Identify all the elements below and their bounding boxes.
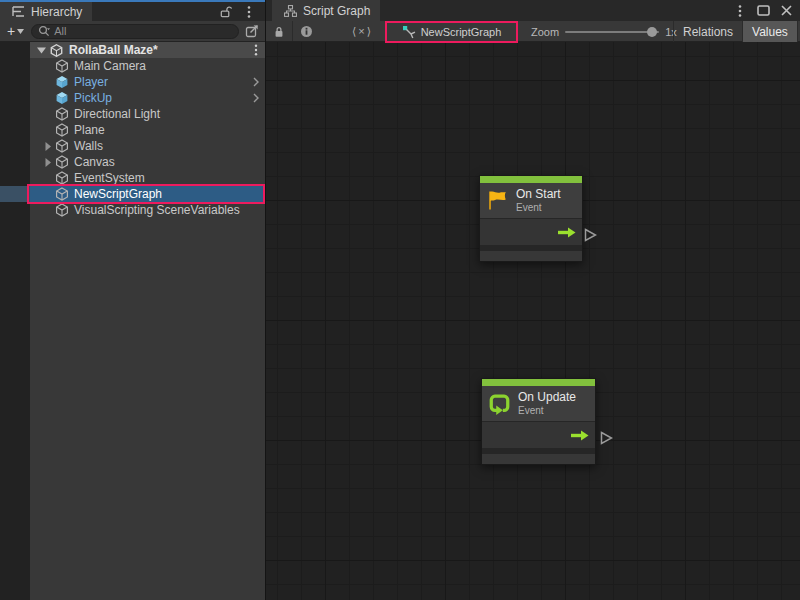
node-footer (482, 454, 595, 464)
scene-header-row[interactable]: RollaBall Maze* (0, 42, 265, 58)
hierarchy-panel: Hierarchy + All (0, 0, 266, 600)
prefab-expand-chevron[interactable] (253, 93, 265, 103)
tab-script-graph[interactable]: Script Graph (272, 0, 380, 21)
info-icon[interactable] (293, 21, 320, 41)
tab-hierarchy[interactable]: Hierarchy (0, 2, 92, 21)
on-start-flag-icon (486, 189, 509, 212)
item-label: Canvas (74, 155, 115, 169)
add-object-button[interactable]: + (4, 23, 27, 39)
gameobject-cube-icon (55, 107, 69, 121)
item-label: EventSystem (74, 171, 145, 185)
tree-gutter (0, 74, 30, 90)
values-button[interactable]: Values (742, 21, 797, 42)
search-icon (38, 25, 50, 37)
tree-gutter (0, 186, 30, 202)
gameobject-cube-icon (55, 171, 69, 185)
item-label: Plane (74, 123, 105, 137)
chevron-right-icon[interactable] (253, 77, 259, 87)
output-port-triangle-icon[interactable] (600, 431, 613, 448)
tree-gutter (0, 42, 30, 58)
node-subtitle: Event (518, 405, 576, 417)
node-subtitle: Event (516, 202, 561, 214)
node-ports-row (482, 421, 595, 448)
script-graph-tab-label: Script Graph (303, 4, 370, 18)
hierarchy-item-canvas[interactable]: Canvas (0, 154, 265, 170)
search-input[interactable]: All (31, 24, 239, 39)
hierarchy-item-player[interactable]: Player (0, 74, 265, 90)
hierarchy-item-main-camera[interactable]: Main Camera (0, 58, 265, 74)
flow-port-arrow-icon[interactable] (557, 227, 576, 238)
breadcrumb-graph-name[interactable]: NewScriptGraph (387, 21, 516, 42)
graph-toolbar: ⟨×⟩ NewScriptGraph Zoom 1x Relations Val… (266, 21, 800, 42)
foldout-open-icon[interactable] (34, 47, 48, 54)
zoom-slider-handle[interactable] (647, 27, 657, 37)
gameobject-cube-icon (55, 123, 69, 137)
output-port-triangle-icon[interactable] (584, 228, 597, 245)
event-node-colorbar (482, 379, 595, 386)
angle-x-icon[interactable]: ⟨×⟩ (342, 25, 383, 38)
tree-gutter (0, 58, 30, 74)
hierarchy-item-directional-light[interactable]: Directional Light (0, 106, 265, 122)
item-label: VisualScripting SceneVariables (74, 203, 240, 217)
search-placeholder: All (54, 25, 66, 37)
node-title: On Update (518, 391, 576, 405)
unity-editor: Hierarchy + All (0, 0, 800, 600)
prefab-cube-icon (55, 75, 69, 89)
hierarchy-item-pickup[interactable]: PickUp (0, 90, 265, 106)
event-node-colorbar (480, 176, 582, 183)
zoom-label: Zoom (531, 26, 559, 38)
scene-name: RollaBall Maze* (69, 43, 158, 57)
node-header[interactable]: On StartEvent (480, 183, 582, 218)
lock-icon[interactable] (266, 21, 292, 41)
graph-tabbar: Script Graph (266, 0, 800, 21)
zoom-slider[interactable] (565, 31, 659, 33)
maximize-icon[interactable] (755, 3, 771, 19)
node-footer (480, 251, 582, 261)
flow-port-arrow-icon[interactable] (570, 430, 589, 441)
tree-gutter (0, 106, 30, 122)
item-label: NewScriptGraph (74, 187, 162, 201)
gameobject-cube-icon (55, 187, 69, 201)
window-menu-kebab-icon[interactable] (732, 3, 748, 19)
scene-menu-kebab-icon[interactable] (254, 44, 265, 56)
scene-picking-icon[interactable] (243, 24, 261, 38)
node-title: On Start (516, 188, 561, 202)
hierarchy-item-newscriptgraph[interactable]: NewScriptGraph (0, 186, 265, 202)
foldout-collapsed-icon[interactable] (45, 142, 51, 151)
close-icon[interactable] (778, 3, 794, 19)
hierarchy-tab-icon (10, 4, 26, 20)
script-graph-asset-icon (402, 25, 416, 39)
tree-gutter (0, 90, 30, 106)
hierarchy-menu-kebab-icon[interactable] (241, 4, 257, 20)
on-update-loop-icon (488, 392, 511, 415)
graph-canvas[interactable]: On StartEventOn UpdateEvent (266, 42, 800, 600)
plus-icon: + (7, 23, 15, 39)
gameobject-cube-icon (55, 155, 69, 169)
hierarchy-tab-label: Hierarchy (31, 5, 82, 19)
prefab-expand-chevron[interactable] (253, 77, 265, 87)
script-graph-panel: Script Graph ⟨×⟩ (266, 0, 800, 600)
hierarchy-item-walls[interactable]: Walls (0, 138, 265, 154)
hierarchy-toolbar: + All (0, 21, 265, 42)
relations-button[interactable]: Relations (673, 21, 742, 42)
item-label: PickUp (74, 91, 112, 105)
gameobject-cube-icon (55, 203, 69, 217)
node-ports-row (480, 218, 582, 245)
item-label: Main Camera (74, 59, 146, 73)
hierarchy-item-eventsystem[interactable]: EventSystem (0, 170, 265, 186)
item-label: Directional Light (74, 107, 160, 121)
item-label: Player (74, 75, 108, 89)
chevron-right-icon[interactable] (253, 93, 259, 103)
unlock-icon[interactable] (217, 4, 233, 20)
node-header[interactable]: On UpdateEvent (482, 386, 595, 421)
node-on-start[interactable]: On StartEvent (479, 175, 583, 262)
tree-gutter (0, 138, 30, 154)
foldout-collapsed-icon[interactable] (45, 158, 51, 167)
tree-gutter (0, 122, 30, 138)
prefab-cube-icon (55, 91, 69, 105)
hierarchy-item-plane[interactable]: Plane (0, 122, 265, 138)
hierarchy-item-visualscripting-scenevariables[interactable]: VisualScripting SceneVariables (0, 202, 265, 218)
node-on-update[interactable]: On UpdateEvent (481, 378, 596, 465)
tree-gutter (0, 202, 30, 218)
hierarchy-tree: RollaBall Maze* Main CameraPlayerPickUpD… (0, 42, 265, 600)
